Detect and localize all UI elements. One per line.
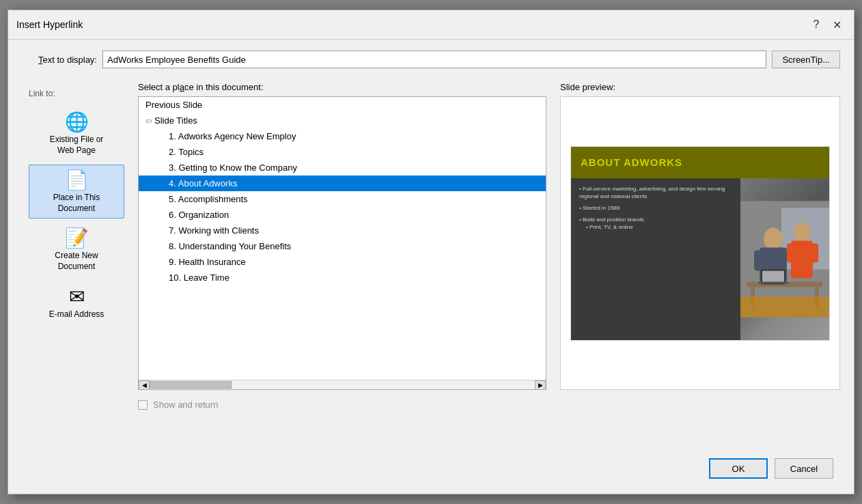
screentip-button[interactable]: ScreenTip... <box>772 51 840 68</box>
sidebar-item-place-in-document[interactable]: 📄 Place in ThisDocument <box>29 165 124 219</box>
horizontal-scrollbar[interactable]: ◀ ▶ <box>139 380 546 389</box>
sidebar-item-existing-file[interactable]: 🌐 Existing File orWeb Page <box>29 107 124 160</box>
svg-point-3 <box>764 227 783 249</box>
place-in-document-icon: 📄 <box>65 171 89 190</box>
title-bar: Insert Hyperlink ? ✕ <box>8 10 854 40</box>
create-new-icon: 📝 <box>65 229 89 248</box>
slide-visual: ABOUT ADWORKS Full-service marketing, ad… <box>570 146 830 341</box>
scroll-track[interactable] <box>150 380 535 390</box>
link-to-label: Link to: <box>22 89 55 98</box>
tree-group-slide-titles[interactable]: ▭ Slide Titles <box>139 113 546 128</box>
tree-item-previous-slide[interactable]: Previous Slide <box>139 97 546 113</box>
slide-image-col <box>740 178 829 340</box>
slide-preview-box: ABOUT ADWORKS Full-service marketing, ad… <box>560 96 840 390</box>
show-return-row: Show and return <box>138 400 546 410</box>
svg-rect-10 <box>811 243 818 262</box>
slide-bullet-2: Started in 1989 <box>579 204 732 212</box>
slide-bullet-3: Build and position brands• Print, TV, & … <box>579 216 732 231</box>
dialog-title: Insert Hyperlink <box>16 19 83 30</box>
tree-item-slide-5[interactable]: 5. Accomplishments <box>139 191 546 207</box>
insert-hyperlink-dialog: Insert Hyperlink ? ✕ Text to display: Sc… <box>8 10 854 494</box>
svg-rect-5 <box>754 250 762 270</box>
text-display-input[interactable] <box>102 51 766 68</box>
slide-body: Full-service marketing, advertising, and… <box>571 178 829 340</box>
tree-item-slide-4[interactable]: 4. About Adworks <box>139 176 546 191</box>
tree-item-slide-6[interactable]: 6. Organization <box>139 207 546 223</box>
tree-scroll-area[interactable]: Previous Slide ▭ Slide Titles 1. Adworks… <box>139 97 546 380</box>
tree-item-slide-9[interactable]: 9. Health Insurance <box>139 254 546 270</box>
place-in-document-label: Place in ThisDocument <box>53 193 100 214</box>
text-display-row: Text to display: ScreenTip... <box>22 51 840 68</box>
cancel-button[interactable]: Cancel <box>775 458 833 479</box>
main-body: Link to: 🌐 Existing File orWeb Page 📄 Pl… <box>22 82 840 447</box>
sidebar: Link to: 🌐 Existing File orWeb Page 📄 Pl… <box>22 82 131 447</box>
collapse-icon: ▭ <box>145 117 152 124</box>
dialog-content: Text to display: ScreenTip... Link to: 🌐… <box>8 40 854 494</box>
slide-image-placeholder <box>740 178 829 340</box>
slide-text-col: Full-service marketing, advertising, and… <box>571 178 740 340</box>
svg-rect-16 <box>758 281 788 283</box>
bottom-row: OK Cancel <box>22 447 840 483</box>
sidebar-item-email-address[interactable]: ✉ E-mail Address <box>29 281 124 325</box>
email-address-label: E-mail Address <box>49 309 105 320</box>
tree-item-slide-1[interactable]: 1. Adworks Agency New Employ <box>139 128 546 144</box>
sidebar-item-create-new[interactable]: 📝 Create NewDocument <box>29 223 124 277</box>
tree-item-slide-3[interactable]: 3. Getting to Know the Company <box>139 160 546 176</box>
existing-file-label: Existing File orWeb Page <box>50 135 104 156</box>
tree-item-slide-10[interactable]: 10. Leave Time <box>139 270 546 285</box>
slide-titles-label: Slide Titles <box>154 115 197 126</box>
slide-header-text: ABOUT ADWORKS <box>581 156 682 168</box>
slide-preview-label: Slide preview: <box>560 82 840 92</box>
scroll-right-button[interactable]: ▶ <box>535 380 546 390</box>
tree-item-slide-8[interactable]: 8. Understanding Your Benefits <box>139 238 546 254</box>
slide-bullet-1: Full-service marketing, advertising, and… <box>579 185 732 200</box>
help-button[interactable]: ? <box>807 16 825 33</box>
select-place-label: Select a place in this document: <box>138 82 546 92</box>
create-new-label: Create NewDocument <box>55 251 98 272</box>
svg-rect-17 <box>740 296 829 317</box>
scroll-thumb[interactable] <box>150 381 232 389</box>
center-area: Select a place in this document: Previou… <box>131 82 553 447</box>
svg-rect-15 <box>762 270 784 283</box>
tree-item-slide-2[interactable]: 2. Topics <box>139 144 546 160</box>
ok-button[interactable]: OK <box>709 458 768 479</box>
slide-header-bar: ABOUT ADWORKS <box>571 147 829 178</box>
tree-container: Previous Slide ▭ Slide Titles 1. Adworks… <box>138 96 546 390</box>
right-area: Slide preview: ABOUT ADWORKS Full-servic… <box>553 82 840 447</box>
existing-file-icon: 🌐 <box>65 113 89 132</box>
scroll-left-button[interactable]: ◀ <box>139 380 150 390</box>
title-bar-controls: ? ✕ <box>807 16 846 33</box>
email-address-icon: ✉ <box>69 288 85 307</box>
slide-image-svg <box>740 178 829 340</box>
svg-rect-8 <box>791 240 813 278</box>
tree-item-slide-7[interactable]: 7. Working with Clients <box>139 223 546 238</box>
show-return-checkbox[interactable] <box>138 400 148 410</box>
show-return-label: Show and return <box>153 400 218 410</box>
svg-point-7 <box>794 222 810 241</box>
svg-rect-9 <box>787 243 794 262</box>
svg-rect-6 <box>779 250 787 270</box>
close-button[interactable]: ✕ <box>828 16 846 33</box>
text-display-label: Text to display: <box>22 55 97 65</box>
